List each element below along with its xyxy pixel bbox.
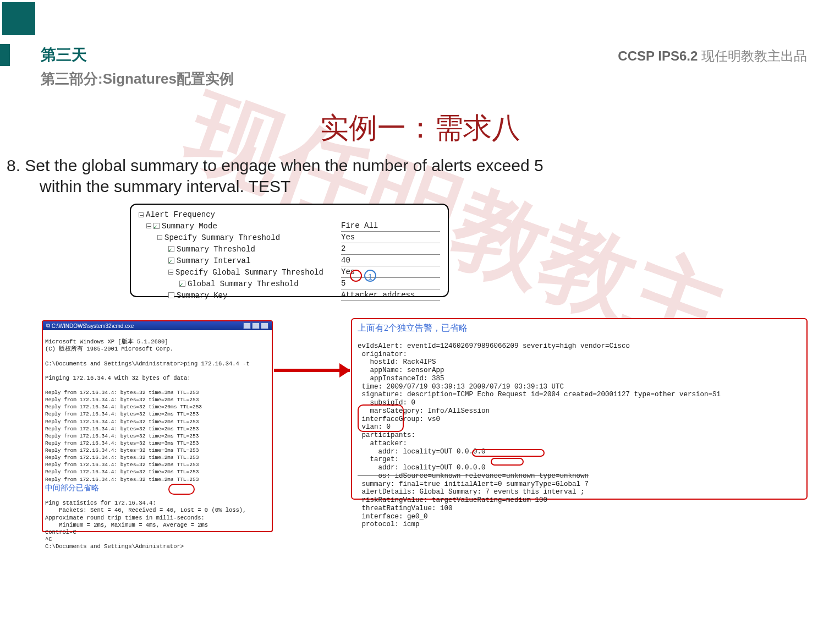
expand-icon[interactable] (157, 235, 162, 240)
course-label: CCSP IPS6.2 现任明教教主出品 (618, 47, 807, 65)
highlight-oval (472, 449, 545, 457)
tree-label: Summary Key (177, 291, 227, 300)
close-icon[interactable] (261, 322, 268, 329)
tree-value[interactable]: Attacker address (341, 289, 440, 301)
expand-icon[interactable] (139, 212, 144, 217)
cmd-title: C:\WINDOWS\system32\cmd.exe (52, 323, 134, 329)
tree-label: Summary Interval (177, 256, 250, 265)
corner-accent (2, 2, 35, 35)
alert-body: evIdsAlert: eventId=1246026979896066209 … (358, 334, 801, 529)
checkbox-icon[interactable] (168, 258, 174, 264)
tree-label: Summary Threshold (177, 245, 255, 254)
arrow-icon (274, 369, 350, 372)
slide-title: 实例一：需求八 (0, 109, 840, 147)
tree-value[interactable]: 2 (341, 243, 440, 255)
tree-label: Global Summary Threshold (188, 280, 299, 288)
minimize-icon[interactable] (243, 322, 251, 329)
checkbox-icon[interactable] (168, 246, 174, 252)
expand-icon[interactable] (168, 270, 173, 275)
callout-number: 1 (364, 270, 376, 282)
highlight-oval (168, 484, 195, 495)
checkbox-icon[interactable] (153, 223, 160, 229)
cmd-titlebar: ⧉ C:\WINDOWS\system32\cmd.exe (43, 321, 272, 330)
day-label: 第三天 (0, 44, 87, 66)
highlight-oval (358, 404, 404, 432)
maximize-icon[interactable] (252, 322, 260, 329)
requirement-text: 8. Set the global summary to engage when… (7, 155, 823, 196)
tree-value[interactable]: 40 (341, 255, 440, 266)
omit-label: 中间部分已省略 (45, 484, 99, 492)
tree-label: Specify Summary Threshold (164, 233, 280, 242)
highlight-oval (491, 458, 524, 466)
config-tree-panel: Alert Frequency Summary ModeFire All Spe… (130, 204, 449, 297)
tree-value[interactable]: Fire All (341, 220, 440, 232)
tree-label: Specify Global Summary Threshold (175, 268, 323, 277)
cmd-output: Microsoft Windows XP [版本 5.1.2600] (C) 版… (43, 330, 272, 559)
tree-value[interactable]: Yes (341, 232, 440, 243)
cmd-window: ⧉ C:\WINDOWS\system32\cmd.exe Microsoft … (42, 320, 273, 532)
checkbox-icon[interactable] (168, 292, 174, 298)
expand-icon[interactable] (146, 223, 151, 228)
alert-panel: 上面有2个独立告警，已省略 evIdsAlert: eventId=124602… (351, 318, 808, 500)
highlight-oval (350, 270, 362, 282)
tree-label: Summary Mode (162, 222, 217, 231)
tree-label: Alert Frequency (146, 210, 215, 219)
alert-summary-note: 上面有2个独立告警，已省略 (358, 322, 801, 334)
cmd-icon: ⧉ (46, 322, 50, 329)
checkbox-icon[interactable] (179, 281, 185, 287)
part-label: 第三部分:Signatures配置实例 (41, 69, 234, 89)
